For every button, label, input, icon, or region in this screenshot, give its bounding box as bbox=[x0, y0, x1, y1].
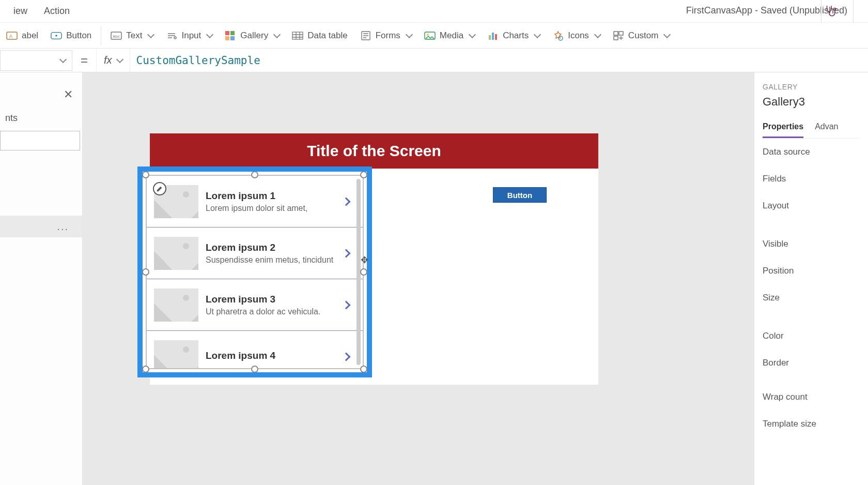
prop-size[interactable]: Size bbox=[763, 284, 860, 311]
prop-visible[interactable]: Visible bbox=[763, 231, 860, 257]
move-cursor-icon: ✥ bbox=[361, 254, 368, 266]
input-label: Input bbox=[181, 31, 201, 41]
resize-handle[interactable] bbox=[142, 171, 149, 178]
screen-title-bar[interactable]: Title of the Screen bbox=[150, 133, 598, 169]
media-label: Media bbox=[440, 31, 463, 41]
close-icon[interactable]: ✕ bbox=[64, 88, 73, 101]
insert-forms-dropdown[interactable]: Forms bbox=[354, 27, 418, 44]
insert-media-dropdown[interactable]: Media bbox=[418, 27, 481, 44]
svg-rect-20 bbox=[614, 32, 618, 35]
prop-fields[interactable]: Fields bbox=[763, 165, 860, 192]
chevron-right-icon[interactable] bbox=[342, 197, 351, 206]
resize-handle[interactable] bbox=[142, 366, 149, 373]
label-icon: A bbox=[6, 31, 18, 40]
gallery-control-selected[interactable]: Lorem ipsum 1 Lorem ipsum dolor sit amet… bbox=[137, 166, 372, 377]
image-placeholder-icon bbox=[154, 237, 198, 270]
chevron-right-icon[interactable] bbox=[342, 300, 351, 309]
resize-handle[interactable] bbox=[360, 366, 367, 373]
resize-handle[interactable] bbox=[251, 366, 258, 373]
svg-rect-8 bbox=[225, 31, 229, 35]
svg-rect-16 bbox=[489, 35, 491, 40]
icons-icon bbox=[552, 31, 564, 40]
separator bbox=[821, 0, 822, 23]
chevron-right-icon[interactable] bbox=[342, 249, 351, 257]
gallery-item[interactable]: Lorem ipsum 3 Ut pharetra a dolor ac veh… bbox=[147, 279, 363, 331]
chevron-down-icon bbox=[273, 31, 281, 38]
chevron-down-icon bbox=[147, 31, 154, 38]
label-text: abel bbox=[22, 31, 38, 41]
prop-color[interactable]: Color bbox=[763, 323, 860, 350]
charts-icon bbox=[487, 31, 499, 40]
resize-handle[interactable] bbox=[360, 171, 367, 178]
menu-action[interactable]: Action bbox=[36, 3, 78, 20]
insert-charts-dropdown[interactable]: Charts bbox=[481, 27, 546, 44]
insert-datatable-button[interactable]: Data table bbox=[286, 27, 354, 44]
prop-template-size[interactable]: Template size bbox=[763, 411, 860, 437]
fx-dropdown[interactable]: fx bbox=[96, 49, 130, 72]
tab-advanced[interactable]: Advan bbox=[815, 118, 838, 138]
resize-handle[interactable] bbox=[142, 268, 149, 276]
gallery-label: Gallery bbox=[240, 31, 268, 41]
formula-input[interactable] bbox=[130, 49, 868, 72]
prop-border[interactable]: Border bbox=[763, 350, 860, 376]
icons-label: Icons bbox=[568, 31, 589, 41]
prop-position[interactable]: Position bbox=[763, 257, 860, 284]
gallery-item[interactable]: Lorem ipsum 1 Lorem ipsum dolor sit amet… bbox=[147, 176, 363, 228]
fx-label: fx bbox=[104, 54, 112, 66]
prop-data-source[interactable]: Data source bbox=[763, 139, 860, 165]
svg-rect-21 bbox=[619, 32, 623, 35]
chevron-right-icon[interactable] bbox=[342, 352, 351, 361]
insert-icons-dropdown[interactable]: Icons bbox=[546, 27, 607, 44]
equals-sign: = bbox=[72, 53, 96, 68]
insert-custom-dropdown[interactable]: Custom bbox=[607, 27, 676, 44]
edit-pencil-icon[interactable] bbox=[153, 182, 166, 195]
tab-properties[interactable]: Properties bbox=[763, 118, 803, 138]
gallery-item-title: Lorem ipsum 1 bbox=[206, 190, 336, 202]
tree-title: nts bbox=[0, 110, 82, 127]
svg-rect-9 bbox=[230, 31, 235, 35]
canvas-area[interactable]: Title of the Screen Button Lorem ipsum 1… bbox=[83, 72, 754, 485]
text-label: Text bbox=[126, 31, 142, 41]
props-category: GALLERY bbox=[763, 83, 860, 91]
property-selector-dropdown[interactable] bbox=[0, 50, 72, 71]
svg-point-19 bbox=[559, 36, 563, 40]
canvas-button-control[interactable]: Button bbox=[493, 187, 547, 203]
gallery-item-subtitle: Suspendisse enim metus, tincidunt bbox=[206, 255, 336, 265]
media-icon bbox=[424, 31, 436, 40]
separator bbox=[853, 0, 854, 23]
insert-text-dropdown[interactable]: Abc Text bbox=[104, 27, 160, 44]
gallery-item-title: Lorem ipsum 3 bbox=[206, 294, 336, 305]
gallery-item-title: Lorem ipsum 4 bbox=[206, 350, 336, 361]
svg-rect-17 bbox=[492, 33, 494, 40]
app-checker-icon[interactable] bbox=[824, 4, 837, 18]
gallery-item-subtitle: Ut pharetra a dolor ac vehicula. bbox=[206, 307, 336, 316]
tree-selected-row[interactable]: ... bbox=[0, 216, 82, 237]
insert-label-button[interactable]: A abel bbox=[0, 27, 44, 44]
tree-search-input[interactable] bbox=[0, 131, 80, 150]
svg-rect-11 bbox=[230, 36, 235, 40]
gallery-item[interactable]: Lorem ipsum 2 Suspendisse enim metus, ti… bbox=[147, 228, 363, 279]
button-text: Button bbox=[66, 31, 91, 41]
insert-input-dropdown[interactable]: Input bbox=[160, 27, 219, 44]
menu-view[interactable]: iew bbox=[5, 3, 36, 20]
chevron-down-icon bbox=[116, 55, 123, 63]
separator bbox=[101, 26, 101, 45]
prop-layout[interactable]: Layout bbox=[763, 192, 860, 219]
resize-handle[interactable] bbox=[360, 268, 367, 276]
gallery-inner: Lorem ipsum 1 Lorem ipsum dolor sit amet… bbox=[146, 175, 364, 369]
svg-rect-12 bbox=[292, 32, 303, 39]
svg-text:A: A bbox=[9, 34, 12, 39]
datatable-icon bbox=[292, 31, 303, 40]
gallery-item[interactable]: Lorem ipsum 4 bbox=[147, 331, 363, 369]
gallery-icon bbox=[225, 31, 236, 40]
resize-handle[interactable] bbox=[251, 171, 258, 178]
insert-gallery-dropdown[interactable]: Gallery bbox=[219, 27, 286, 44]
svg-point-0 bbox=[834, 8, 836, 10]
chevron-down-icon bbox=[534, 31, 541, 38]
chevron-down-icon bbox=[663, 31, 671, 38]
chevron-down-icon bbox=[206, 31, 213, 38]
insert-button-button[interactable]: Button bbox=[44, 27, 98, 44]
custom-icon bbox=[613, 31, 624, 40]
prop-wrap-count[interactable]: Wrap count bbox=[763, 384, 860, 411]
chevron-down-icon bbox=[594, 31, 601, 38]
